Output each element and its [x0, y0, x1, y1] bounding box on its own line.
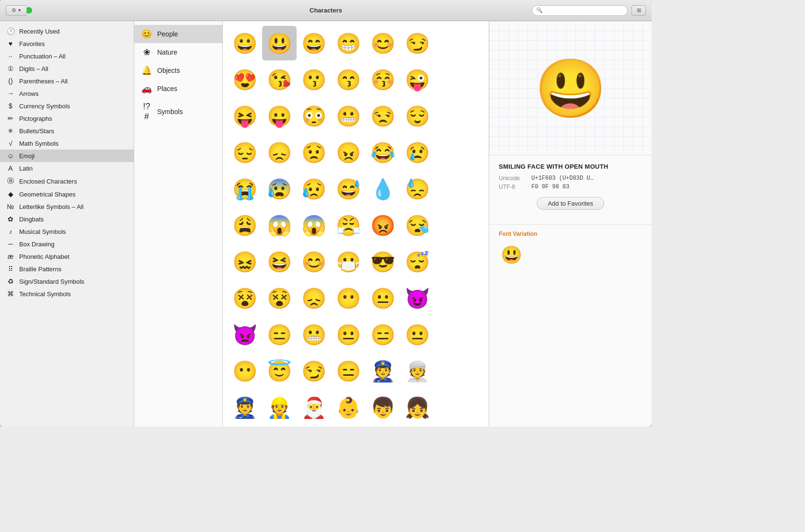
emoji-cell[interactable]: 😢	[400, 135, 435, 170]
emoji-cell[interactable]: 😳	[297, 99, 331, 133]
emoji-cell[interactable]: 😶	[228, 354, 262, 388]
font-variation-emoji[interactable]: 😃	[499, 243, 524, 267]
sidebar-item-technical[interactable]: ⌘Technical Symbols	[0, 288, 134, 300]
sidebar-item-braille[interactable]: ⠿Braille Patterns	[0, 263, 134, 275]
emoji-cell[interactable]: 😚	[366, 62, 400, 97]
emoji-cell[interactable]: 😀	[228, 26, 262, 60]
emoji-cell[interactable]: 😤	[331, 208, 366, 243]
emoji-cell[interactable]: 😥	[297, 172, 331, 206]
emoji-cell[interactable]: 😟	[297, 135, 331, 170]
emoji-cell[interactable]: 😑	[262, 317, 297, 352]
emoji-cell[interactable]: 😱	[297, 208, 331, 243]
sidebar-item-arrows[interactable]: →Arrows	[0, 87, 134, 100]
sidebar-item-box-drawing[interactable]: ─Box Drawing	[0, 238, 134, 250]
search-input[interactable]	[545, 7, 623, 14]
sidebar-item-phonetic[interactable]: æPhonetic Alphabet	[0, 250, 134, 263]
emoji-cell[interactable]: 😭	[228, 172, 262, 206]
category-item-objects[interactable]: 🔔Objects	[134, 61, 222, 80]
emoji-cell[interactable]: 😝	[228, 99, 262, 133]
emoji-cell[interactable]: 😡	[366, 208, 400, 243]
emoji-cell[interactable]: 👳	[400, 354, 435, 388]
sidebar-item-bullets[interactable]: ✳Bullets/Stars	[0, 125, 134, 137]
category-item-people[interactable]: 😊People	[134, 25, 222, 43]
emoji-cell[interactable]: 😷	[331, 244, 366, 279]
emoji-cell[interactable]: 😜	[400, 62, 435, 97]
emoji-cell[interactable]: 👮	[366, 354, 400, 388]
emoji-cell[interactable]: 😐	[331, 317, 366, 352]
emoji-cell[interactable]: 😩	[228, 208, 262, 243]
emoji-cell[interactable]: 😆	[262, 244, 297, 279]
emoji-cell[interactable]: 🎅	[297, 390, 331, 425]
emoji-cell[interactable]: 😑	[366, 317, 400, 352]
search-box[interactable]: 🔍	[532, 5, 628, 16]
emoji-cell[interactable]: 😃	[262, 26, 297, 60]
emoji-cell[interactable]: 😐	[400, 317, 435, 352]
sidebar-item-geometrical[interactable]: ◆Geometrical Shapes	[0, 188, 134, 200]
emoji-cell[interactable]: 😬	[297, 317, 331, 352]
emoji-cell[interactable]: 😒	[366, 99, 400, 133]
gear-button[interactable]: ⚙ ▾	[6, 5, 27, 16]
category-item-nature[interactable]: ❀Nature	[134, 43, 222, 61]
emoji-icon: ☺	[6, 152, 15, 160]
emoji-cell[interactable]: 😰	[262, 172, 297, 206]
emoji-cell[interactable]: 😬	[331, 99, 366, 133]
emoji-cell[interactable]: 😴	[400, 244, 435, 279]
emoji-cell[interactable]: 😏	[297, 354, 331, 388]
emoji-cell[interactable]: 😐	[366, 281, 400, 315]
emoji-cell[interactable]: 😁	[331, 26, 366, 60]
emoji-cell[interactable]: 😄	[297, 26, 331, 60]
category-item-symbols[interactable]: !?#Symbols	[134, 98, 222, 126]
emoji-cell[interactable]: 😎	[366, 244, 400, 279]
emoji-cell[interactable]: 😛	[262, 99, 297, 133]
emoji-cell[interactable]: 😶	[331, 281, 366, 315]
emoji-cell[interactable]: 😈	[400, 281, 435, 315]
emoji-cell[interactable]: 😱	[262, 208, 297, 243]
sidebar-item-dingbats[interactable]: ✿Dingbats	[0, 213, 134, 225]
emoji-cell[interactable]: 😓	[400, 172, 435, 206]
sidebar-item-digits[interactable]: ①Digits – All	[0, 62, 134, 75]
emoji-cell[interactable]: 😊	[297, 244, 331, 279]
emoji-cell[interactable]: 😞	[297, 281, 331, 315]
emoji-cell[interactable]: 👮	[228, 390, 262, 425]
sidebar-item-currency[interactable]: $Currency Symbols	[0, 100, 134, 112]
emoji-cell[interactable]: 😵	[228, 281, 262, 315]
emoji-cell[interactable]: 😌	[400, 99, 435, 133]
emoji-cell[interactable]: 😍	[228, 62, 262, 97]
sidebar-item-pictographs[interactable]: ✏Pictographs	[0, 112, 134, 125]
sidebar-item-math[interactable]: √Math Symbols	[0, 137, 134, 150]
emoji-cell[interactable]: 😠	[331, 135, 366, 170]
sidebar-item-letterlike[interactable]: №Letterlike Symbols – All	[0, 200, 134, 213]
emoji-cell[interactable]: 💧	[366, 172, 400, 206]
emoji-cell[interactable]: 😏	[400, 26, 435, 60]
sidebar-item-punctuation[interactable]: ··Punctuation – All	[0, 50, 134, 62]
sidebar-item-musical[interactable]: ♪Musical Symbols	[0, 225, 134, 238]
emoji-cell[interactable]: 👦	[366, 390, 400, 425]
emoji-cell[interactable]: 😑	[331, 354, 366, 388]
emoji-cell[interactable]: 👧	[400, 390, 435, 425]
sidebar-item-emoji[interactable]: ☺Emoji	[0, 150, 134, 162]
emoji-cell[interactable]: 😪	[400, 208, 435, 243]
emoji-cell[interactable]: 😂	[366, 135, 400, 170]
emoji-cell[interactable]: 👶	[331, 390, 366, 425]
category-item-places[interactable]: 🚗Places	[134, 80, 222, 98]
emoji-cell[interactable]: 😵	[262, 281, 297, 315]
sidebar-item-sign-standard[interactable]: ♻Sign/Standard Symbols	[0, 275, 134, 288]
emoji-cell[interactable]: 👿	[228, 317, 262, 352]
grid-view-button[interactable]: ⊞	[632, 5, 646, 16]
emoji-cell[interactable]: 😗	[297, 62, 331, 97]
emoji-cell[interactable]: 😞	[262, 135, 297, 170]
sidebar-item-parentheses[interactable]: ()Parentheses – All	[0, 75, 134, 87]
emoji-cell[interactable]: 😔	[228, 135, 262, 170]
emoji-cell[interactable]: 👷	[262, 390, 297, 425]
emoji-cell[interactable]: 😊	[366, 26, 400, 60]
emoji-cell[interactable]: 😘	[262, 62, 297, 97]
emoji-cell[interactable]: 😙	[331, 62, 366, 97]
emoji-cell[interactable]: 😅	[331, 172, 366, 206]
sidebar-item-recently-used[interactable]: 🕐Recently Used	[0, 25, 134, 37]
add-favorites-button[interactable]: Add to Favorites	[537, 197, 604, 210]
emoji-cell[interactable]: 😖	[228, 244, 262, 279]
sidebar-item-enclosed[interactable]: ⓐEnclosed Characters	[0, 174, 134, 188]
emoji-cell[interactable]: 😇	[262, 354, 297, 388]
sidebar-item-favorites[interactable]: ♥Favorites	[0, 37, 134, 50]
sidebar-item-latin[interactable]: ALatin	[0, 162, 134, 174]
